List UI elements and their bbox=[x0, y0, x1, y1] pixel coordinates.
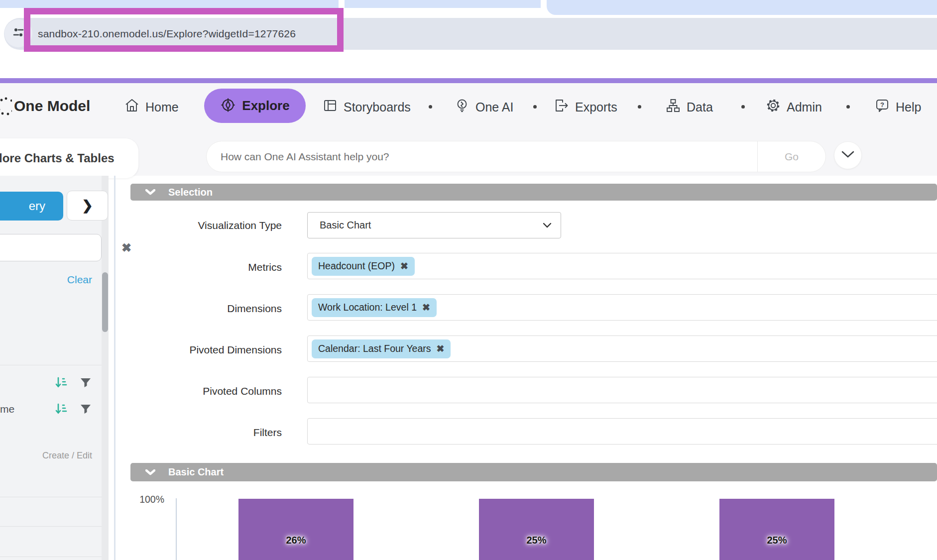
chevron-right-icon: ❯ bbox=[82, 198, 93, 214]
annotation-highlight-box bbox=[24, 8, 344, 52]
clear-search-icon[interactable]: ✖ bbox=[121, 241, 131, 255]
y-axis-line bbox=[176, 498, 177, 560]
one-ai-icon bbox=[455, 98, 469, 116]
remove-chip-icon[interactable]: ✖ bbox=[437, 343, 445, 354]
ai-assistant-input[interactable] bbox=[220, 150, 757, 163]
section-title: Selection bbox=[168, 187, 213, 198]
nav-item-label: One AI bbox=[475, 100, 513, 114]
pivoted-dimensions-field[interactable]: Calendar: Last Four Years ✖ bbox=[307, 336, 937, 362]
dimensions-field[interactable]: Work Location: Level 1 ✖ bbox=[307, 294, 937, 321]
sidebar-scrollbar-thumb[interactable] bbox=[102, 272, 108, 332]
nav-item-label: Data bbox=[687, 100, 713, 114]
nav-item-explore-active[interactable]: Explore bbox=[204, 89, 306, 123]
sidebar-divider bbox=[0, 526, 102, 527]
nav-item-help[interactable]: ? Help bbox=[875, 99, 921, 115]
sidebar-scrollbar-track bbox=[102, 176, 109, 560]
ai-assistant-bar: Go bbox=[206, 141, 826, 172]
chart-bar[interactable]: 26% bbox=[238, 499, 353, 560]
remove-chip-icon[interactable]: ✖ bbox=[422, 302, 430, 313]
sidebar-search-input[interactable] bbox=[0, 242, 121, 254]
run-query-button[interactable]: ery bbox=[0, 192, 63, 221]
pivoted-columns-field[interactable] bbox=[307, 377, 937, 403]
nav-item-label: Explore bbox=[242, 98, 289, 113]
nav-item-home[interactable]: Home bbox=[124, 99, 179, 115]
nav-item-label: Exports bbox=[575, 100, 617, 114]
brand-name: One Model bbox=[14, 98, 90, 114]
one-model-logo-icon bbox=[0, 96, 12, 117]
bar-data-label: 25% bbox=[479, 535, 594, 546]
help-chat-icon: ? bbox=[875, 98, 890, 116]
nav-item-label: Admin bbox=[787, 100, 822, 114]
storyboards-icon bbox=[323, 98, 338, 116]
brand-divider bbox=[0, 78, 937, 83]
section-title: Basic Chart bbox=[168, 466, 224, 478]
nav-item-storyboards[interactable]: Storyboards bbox=[323, 99, 411, 115]
nav-item-one-ai[interactable]: One AI bbox=[455, 99, 513, 115]
assistant-expand-button[interactable] bbox=[834, 141, 862, 169]
nav-separator-dot bbox=[638, 105, 641, 109]
chevron-down-icon bbox=[543, 223, 552, 228]
sort-icon[interactable] bbox=[55, 376, 68, 391]
gear-icon bbox=[766, 98, 781, 116]
visualization-type-select[interactable]: Basic Chart bbox=[307, 212, 561, 238]
chip-label: Headcount (EOP) bbox=[318, 260, 395, 272]
tab-label: lore Charts & Tables bbox=[0, 151, 115, 165]
browser-tab-strip[interactable] bbox=[0, 0, 339, 8]
sort-icon[interactable] bbox=[55, 402, 68, 417]
nav-item-label: Home bbox=[145, 100, 179, 114]
screen: sandbox-210.onemodel.us/Explore?widgetId… bbox=[0, 0, 937, 560]
nav-separator-dot bbox=[429, 105, 432, 109]
nav-item-data[interactable]: Data bbox=[666, 99, 713, 115]
browser-tab[interactable] bbox=[547, 0, 937, 15]
browser-tab-strip[interactable] bbox=[345, 0, 541, 8]
explore-icon bbox=[220, 97, 236, 115]
filters-field[interactable] bbox=[307, 418, 937, 445]
column-header-name: me bbox=[0, 403, 14, 415]
query-sidebar bbox=[0, 176, 102, 560]
chevron-down-icon bbox=[145, 469, 155, 475]
field-label-visualization-type: Visualization Type bbox=[116, 220, 282, 231]
nav-item-exports[interactable]: Exports bbox=[554, 99, 617, 115]
nav-item-admin[interactable]: Admin bbox=[766, 99, 822, 115]
data-icon bbox=[666, 98, 681, 116]
field-label-pivoted-columns: Pivoted Columns bbox=[116, 385, 282, 397]
filter-icon[interactable] bbox=[80, 403, 92, 417]
collapse-panel-button[interactable]: ❯ bbox=[67, 191, 108, 221]
chart-bar[interactable]: 25% bbox=[719, 499, 834, 560]
chip-label: Work Location: Level 1 bbox=[318, 302, 417, 313]
nav-separator-dot bbox=[741, 105, 745, 109]
sort-filter-row bbox=[55, 402, 92, 417]
field-label-dimensions: Dimensions bbox=[116, 303, 282, 315]
metric-chip[interactable]: Headcount (EOP) ✖ bbox=[312, 257, 415, 276]
chevron-down-icon bbox=[841, 151, 854, 160]
y-axis-tick-label: 100% bbox=[115, 494, 164, 505]
field-label-filters: Filters bbox=[116, 427, 282, 439]
explore-charts-tables-tab[interactable]: lore Charts & Tables bbox=[0, 138, 138, 178]
bar-data-label: 25% bbox=[719, 535, 834, 546]
chart-bar[interactable]: 25% bbox=[479, 499, 594, 560]
metrics-field[interactable]: Headcount (EOP) ✖ bbox=[307, 253, 937, 279]
create-edit-link[interactable]: Create / Edit bbox=[0, 450, 92, 461]
select-value: Basic Chart bbox=[320, 220, 371, 231]
sidebar-divider bbox=[0, 365, 102, 365]
selection-section-header[interactable]: Selection bbox=[130, 184, 937, 201]
chip-label: Calendar: Last Four Years bbox=[318, 343, 431, 354]
clear-link[interactable]: Clear bbox=[0, 274, 92, 286]
svg-text:?: ? bbox=[880, 101, 884, 109]
sidebar-search-box: ✖ bbox=[0, 234, 102, 261]
nav-separator-dot bbox=[533, 105, 537, 109]
dimension-chip[interactable]: Work Location: Level 1 ✖ bbox=[312, 298, 437, 317]
home-icon bbox=[124, 98, 139, 116]
go-button[interactable]: Go bbox=[757, 141, 825, 172]
chevron-down-icon bbox=[145, 189, 155, 195]
field-label-metrics: Metrics bbox=[116, 261, 282, 273]
filter-icon[interactable] bbox=[80, 376, 92, 390]
bar-data-label: 26% bbox=[238, 535, 353, 546]
nav-separator-dot bbox=[846, 105, 850, 109]
sidebar-divider bbox=[0, 557, 102, 557]
pivoted-dimension-chip[interactable]: Calendar: Last Four Years ✖ bbox=[312, 339, 451, 358]
exports-icon bbox=[554, 98, 569, 116]
remove-chip-icon[interactable]: ✖ bbox=[400, 260, 408, 272]
nav-item-label: Storyboards bbox=[344, 100, 411, 114]
basic-chart-section-header[interactable]: Basic Chart bbox=[130, 463, 937, 481]
